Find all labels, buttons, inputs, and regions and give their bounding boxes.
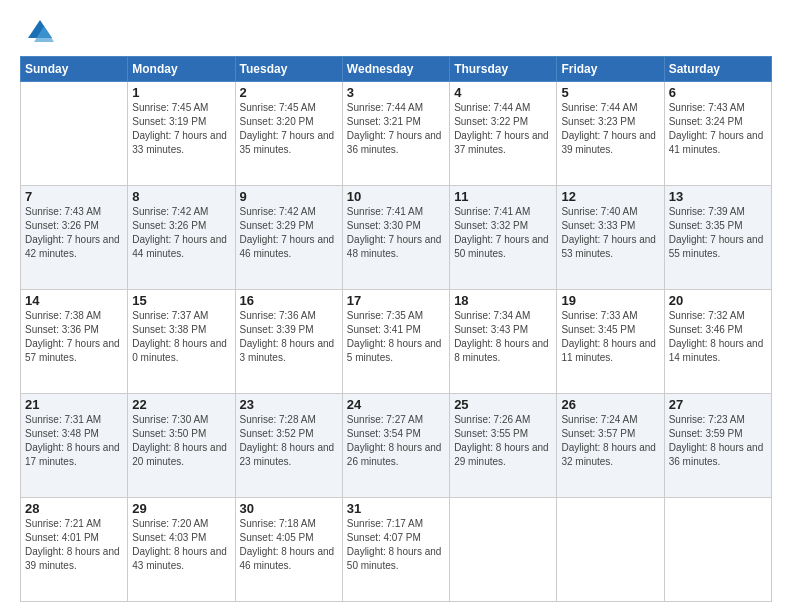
day-info: Sunrise: 7:32 AMSunset: 3:46 PMDaylight:… — [669, 309, 767, 365]
week-row-1: 7Sunrise: 7:43 AMSunset: 3:26 PMDaylight… — [21, 186, 772, 290]
day-info: Sunrise: 7:36 AMSunset: 3:39 PMDaylight:… — [240, 309, 338, 365]
weekday-header-wednesday: Wednesday — [342, 57, 449, 82]
header — [20, 18, 772, 46]
day-number: 8 — [132, 189, 230, 204]
calendar-cell: 27Sunrise: 7:23 AMSunset: 3:59 PMDayligh… — [664, 394, 771, 498]
day-number: 3 — [347, 85, 445, 100]
day-info: Sunrise: 7:21 AMSunset: 4:01 PMDaylight:… — [25, 517, 123, 573]
day-number: 20 — [669, 293, 767, 308]
weekday-header-friday: Friday — [557, 57, 664, 82]
calendar-cell: 30Sunrise: 7:18 AMSunset: 4:05 PMDayligh… — [235, 498, 342, 602]
day-number: 4 — [454, 85, 552, 100]
day-number: 28 — [25, 501, 123, 516]
calendar-cell: 29Sunrise: 7:20 AMSunset: 4:03 PMDayligh… — [128, 498, 235, 602]
calendar-cell: 7Sunrise: 7:43 AMSunset: 3:26 PMDaylight… — [21, 186, 128, 290]
day-number: 11 — [454, 189, 552, 204]
day-number: 5 — [561, 85, 659, 100]
day-number: 18 — [454, 293, 552, 308]
day-number: 15 — [132, 293, 230, 308]
day-info: Sunrise: 7:28 AMSunset: 3:52 PMDaylight:… — [240, 413, 338, 469]
calendar-cell: 19Sunrise: 7:33 AMSunset: 3:45 PMDayligh… — [557, 290, 664, 394]
day-info: Sunrise: 7:43 AMSunset: 3:26 PMDaylight:… — [25, 205, 123, 261]
day-number: 19 — [561, 293, 659, 308]
weekday-header-saturday: Saturday — [664, 57, 771, 82]
weekday-header-tuesday: Tuesday — [235, 57, 342, 82]
day-number: 13 — [669, 189, 767, 204]
calendar-cell — [450, 498, 557, 602]
day-info: Sunrise: 7:41 AMSunset: 3:32 PMDaylight:… — [454, 205, 552, 261]
day-number: 23 — [240, 397, 338, 412]
weekday-header-thursday: Thursday — [450, 57, 557, 82]
day-info: Sunrise: 7:42 AMSunset: 3:26 PMDaylight:… — [132, 205, 230, 261]
day-info: Sunrise: 7:40 AMSunset: 3:33 PMDaylight:… — [561, 205, 659, 261]
weekday-header-monday: Monday — [128, 57, 235, 82]
calendar-cell: 14Sunrise: 7:38 AMSunset: 3:36 PMDayligh… — [21, 290, 128, 394]
day-info: Sunrise: 7:44 AMSunset: 3:22 PMDaylight:… — [454, 101, 552, 157]
calendar-cell — [21, 82, 128, 186]
calendar-table: SundayMondayTuesdayWednesdayThursdayFrid… — [20, 56, 772, 602]
day-number: 24 — [347, 397, 445, 412]
weekday-header-sunday: Sunday — [21, 57, 128, 82]
logo — [20, 18, 54, 46]
calendar-cell: 3Sunrise: 7:44 AMSunset: 3:21 PMDaylight… — [342, 82, 449, 186]
day-info: Sunrise: 7:35 AMSunset: 3:41 PMDaylight:… — [347, 309, 445, 365]
week-row-0: 1Sunrise: 7:45 AMSunset: 3:19 PMDaylight… — [21, 82, 772, 186]
day-info: Sunrise: 7:37 AMSunset: 3:38 PMDaylight:… — [132, 309, 230, 365]
calendar-cell: 15Sunrise: 7:37 AMSunset: 3:38 PMDayligh… — [128, 290, 235, 394]
logo-icon — [26, 18, 54, 46]
calendar-cell: 21Sunrise: 7:31 AMSunset: 3:48 PMDayligh… — [21, 394, 128, 498]
day-info: Sunrise: 7:26 AMSunset: 3:55 PMDaylight:… — [454, 413, 552, 469]
calendar-cell: 23Sunrise: 7:28 AMSunset: 3:52 PMDayligh… — [235, 394, 342, 498]
calendar-cell: 28Sunrise: 7:21 AMSunset: 4:01 PMDayligh… — [21, 498, 128, 602]
calendar-cell: 8Sunrise: 7:42 AMSunset: 3:26 PMDaylight… — [128, 186, 235, 290]
day-number: 16 — [240, 293, 338, 308]
day-number: 14 — [25, 293, 123, 308]
day-info: Sunrise: 7:39 AMSunset: 3:35 PMDaylight:… — [669, 205, 767, 261]
calendar-cell: 25Sunrise: 7:26 AMSunset: 3:55 PMDayligh… — [450, 394, 557, 498]
day-info: Sunrise: 7:38 AMSunset: 3:36 PMDaylight:… — [25, 309, 123, 365]
calendar-cell: 2Sunrise: 7:45 AMSunset: 3:20 PMDaylight… — [235, 82, 342, 186]
day-number: 6 — [669, 85, 767, 100]
calendar-cell: 4Sunrise: 7:44 AMSunset: 3:22 PMDaylight… — [450, 82, 557, 186]
day-info: Sunrise: 7:20 AMSunset: 4:03 PMDaylight:… — [132, 517, 230, 573]
day-info: Sunrise: 7:24 AMSunset: 3:57 PMDaylight:… — [561, 413, 659, 469]
day-number: 1 — [132, 85, 230, 100]
day-number: 22 — [132, 397, 230, 412]
calendar-cell: 20Sunrise: 7:32 AMSunset: 3:46 PMDayligh… — [664, 290, 771, 394]
day-number: 10 — [347, 189, 445, 204]
week-row-4: 28Sunrise: 7:21 AMSunset: 4:01 PMDayligh… — [21, 498, 772, 602]
day-info: Sunrise: 7:44 AMSunset: 3:21 PMDaylight:… — [347, 101, 445, 157]
calendar-cell: 18Sunrise: 7:34 AMSunset: 3:43 PMDayligh… — [450, 290, 557, 394]
day-number: 9 — [240, 189, 338, 204]
day-number: 30 — [240, 501, 338, 516]
page: SundayMondayTuesdayWednesdayThursdayFrid… — [0, 0, 792, 612]
day-number: 31 — [347, 501, 445, 516]
day-info: Sunrise: 7:27 AMSunset: 3:54 PMDaylight:… — [347, 413, 445, 469]
day-number: 21 — [25, 397, 123, 412]
day-info: Sunrise: 7:44 AMSunset: 3:23 PMDaylight:… — [561, 101, 659, 157]
calendar-cell — [557, 498, 664, 602]
day-number: 17 — [347, 293, 445, 308]
day-number: 2 — [240, 85, 338, 100]
calendar-cell: 24Sunrise: 7:27 AMSunset: 3:54 PMDayligh… — [342, 394, 449, 498]
day-info: Sunrise: 7:33 AMSunset: 3:45 PMDaylight:… — [561, 309, 659, 365]
day-number: 7 — [25, 189, 123, 204]
calendar-cell: 10Sunrise: 7:41 AMSunset: 3:30 PMDayligh… — [342, 186, 449, 290]
calendar-cell: 17Sunrise: 7:35 AMSunset: 3:41 PMDayligh… — [342, 290, 449, 394]
calendar-cell: 6Sunrise: 7:43 AMSunset: 3:24 PMDaylight… — [664, 82, 771, 186]
weekday-header-row: SundayMondayTuesdayWednesdayThursdayFrid… — [21, 57, 772, 82]
day-info: Sunrise: 7:17 AMSunset: 4:07 PMDaylight:… — [347, 517, 445, 573]
day-number: 27 — [669, 397, 767, 412]
day-number: 25 — [454, 397, 552, 412]
day-info: Sunrise: 7:43 AMSunset: 3:24 PMDaylight:… — [669, 101, 767, 157]
calendar-cell: 16Sunrise: 7:36 AMSunset: 3:39 PMDayligh… — [235, 290, 342, 394]
calendar-cell — [664, 498, 771, 602]
day-info: Sunrise: 7:45 AMSunset: 3:19 PMDaylight:… — [132, 101, 230, 157]
week-row-2: 14Sunrise: 7:38 AMSunset: 3:36 PMDayligh… — [21, 290, 772, 394]
calendar-cell: 13Sunrise: 7:39 AMSunset: 3:35 PMDayligh… — [664, 186, 771, 290]
day-info: Sunrise: 7:42 AMSunset: 3:29 PMDaylight:… — [240, 205, 338, 261]
day-number: 29 — [132, 501, 230, 516]
calendar-cell: 26Sunrise: 7:24 AMSunset: 3:57 PMDayligh… — [557, 394, 664, 498]
day-number: 26 — [561, 397, 659, 412]
calendar-cell: 11Sunrise: 7:41 AMSunset: 3:32 PMDayligh… — [450, 186, 557, 290]
